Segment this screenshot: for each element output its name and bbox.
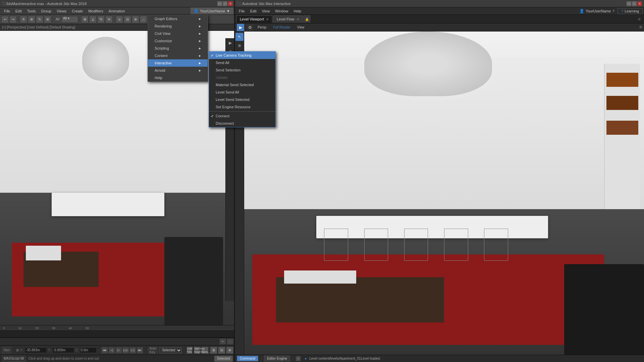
mirror-button[interactable]: ⧈: [116, 16, 123, 23]
menu-file[interactable]: File: [1, 7, 13, 14]
go-start-btn[interactable]: ⏮: [101, 347, 108, 354]
timeline-track[interactable]: [0, 331, 235, 338]
menu-customize[interactable]: Customize: [148, 37, 208, 45]
play-btn[interactable]: ▷: [115, 347, 122, 354]
mini-btn-2[interactable]: ⊟: [218, 347, 225, 354]
editor-engine-tab[interactable]: Editor Engine: [264, 356, 290, 361]
curve-editor[interactable]: ⌓: [140, 16, 147, 23]
key-filters-btn[interactable]: Key Filters...: [201, 347, 209, 354]
right-maximize[interactable]: □: [632, 1, 637, 6]
right-user-name: YourUserName: [586, 9, 611, 13]
right-menu-view[interactable]: View: [259, 7, 273, 14]
full-render-button[interactable]: Full Render: [270, 25, 293, 30]
lock-tab-icon[interactable]: 🔒: [304, 15, 310, 23]
layer-button[interactable]: ⊕: [132, 16, 139, 23]
tab-level-viewport[interactable]: Level Viewport ✕: [236, 15, 272, 23]
menu-user[interactable]: 👤 YourUserName ▼: [191, 7, 233, 14]
menu-help[interactable]: Help: [148, 74, 208, 81]
right-scene-view: [244, 32, 644, 355]
menu-create[interactable]: Create: [69, 7, 86, 14]
menu-group[interactable]: Group: [38, 7, 54, 14]
right-menu-window[interactable]: Window: [272, 7, 291, 14]
move-button[interactable]: ⊕: [28, 16, 35, 23]
cmd-settings-btn[interactable]: ⚙: [296, 356, 301, 361]
right-minimize[interactable]: —: [627, 1, 631, 6]
right-user-menu[interactable]: 👤 YourUserName ▼: [579, 9, 615, 13]
zoom-out-timeline[interactable]: -: [227, 339, 233, 345]
menu-edit[interactable]: Edit: [13, 7, 24, 14]
right-menu-help[interactable]: Help: [291, 7, 304, 14]
tab-close-icon[interactable]: ✕: [266, 17, 269, 21]
tab-flow-close-icon[interactable]: ✕: [297, 17, 299, 21]
menu-rendering[interactable]: Rendering: [148, 22, 208, 30]
mini-btn-1[interactable]: ⊞: [210, 347, 217, 354]
menu-graph-editors[interactable]: Graph Editors: [148, 15, 208, 22]
none-label: Non: [2, 347, 11, 353]
connect-item[interactable]: ✓ Connect: [209, 112, 275, 120]
right-main-viewport[interactable]: ▶ ⚙ Persp Full Render View ⊞ ↖ ⊕ ↻ ⊗ ↧ ✕…: [235, 23, 644, 355]
align-button[interactable]: ⊟: [124, 16, 131, 23]
divider-1: [209, 111, 275, 112]
side-translate-btn[interactable]: ⊕: [235, 42, 244, 50]
menu-interactive[interactable]: Interactive: [148, 59, 208, 67]
coord-z-input[interactable]: [80, 348, 97, 353]
prev-frame-btn[interactable]: ◁: [108, 347, 115, 354]
disconnect-item[interactable]: Disconnect: [209, 120, 275, 127]
snap-toggle[interactable]: ⊞: [81, 16, 89, 23]
minimize-button[interactable]: —: [217, 1, 222, 6]
selection-dropdown[interactable]: All ▾: [61, 16, 78, 23]
menu-modifiers[interactable]: Modifiers: [86, 7, 106, 14]
maximize-button[interactable]: □: [223, 1, 227, 6]
undo-button[interactable]: ↩: [1, 16, 9, 23]
live-camera-check-icon: ✓: [211, 54, 213, 57]
menu-tools[interactable]: Tools: [24, 7, 39, 14]
mini-btn-3[interactable]: ⊕: [226, 347, 233, 354]
rotate-button[interactable]: ↻: [36, 16, 43, 23]
angle-snap[interactable]: ∠: [89, 16, 97, 23]
coord-x-input[interactable]: [25, 348, 47, 353]
menu-views[interactable]: Views: [54, 7, 69, 14]
menu-scripting[interactable]: Scripting: [148, 45, 208, 52]
view-button[interactable]: View: [294, 25, 307, 30]
right-menu-file[interactable]: File: [236, 7, 248, 14]
spinner-snap[interactable]: ≋: [105, 16, 113, 23]
level-send-selected-item[interactable]: Level Send Selected: [209, 96, 275, 103]
next-frame-btn[interactable]: ▷|: [129, 347, 136, 354]
zoom-in-timeline[interactable]: +: [219, 339, 226, 345]
menu-civil-view[interactable]: Civil View: [148, 30, 208, 37]
percent-snap[interactable]: %: [97, 16, 105, 23]
viewport-expand-icon[interactable]: ⊞: [638, 24, 643, 29]
right-close[interactable]: ✕: [637, 1, 642, 6]
send-all-item[interactable]: Send All: [209, 59, 275, 66]
persp-button[interactable]: Persp: [255, 25, 269, 30]
viewport-settings-btn[interactable]: ⚙: [246, 24, 254, 31]
send-selection-item[interactable]: Send Selection: [209, 66, 275, 74]
selected-dropdown[interactable]: Selected: [159, 347, 182, 353]
level-send-all-item[interactable]: Level Send All: [209, 88, 275, 96]
close-button[interactable]: ✕: [228, 1, 233, 6]
tab-menu-icon[interactable]: ≡: [636, 16, 643, 22]
scale-button[interactable]: ⊗: [44, 16, 51, 23]
command-tab[interactable]: Command: [237, 356, 258, 361]
viewport-play-btn[interactable]: ▶: [237, 24, 244, 31]
menu-content[interactable]: Content: [148, 52, 208, 59]
learning-button[interactable]: ? Learning: [618, 8, 643, 14]
side-play-btn[interactable]: ▶: [226, 39, 234, 47]
set-engine-resource-item[interactable]: Set Engine Resource: [209, 103, 275, 111]
menu-arnold[interactable]: Arnold: [148, 67, 208, 74]
play-rev-btn[interactable]: ▷▷: [122, 347, 129, 354]
chair-2: [364, 229, 388, 261]
side-select-btn[interactable]: ↖: [235, 33, 244, 41]
redo-button[interactable]: ↪: [9, 16, 17, 23]
add-time-btn[interactable]: Add Tim: [186, 347, 193, 354]
menu-animation[interactable]: Animation: [106, 7, 128, 14]
go-end-btn[interactable]: ⏭: [137, 347, 143, 354]
select-button[interactable]: ✛: [20, 16, 27, 23]
coord-y-input[interactable]: [52, 348, 74, 353]
live-camera-tracking-item[interactable]: ✓ Live Camera Tracking: [209, 52, 275, 59]
right-menu-edit[interactable]: Edit: [248, 7, 259, 14]
timeline-area: 0 10 20 30 40 50 + -: [0, 325, 235, 345]
set-key-btn[interactable]: Set Key: [194, 347, 200, 354]
tab-level-flow[interactable]: Level Flow ✕: [273, 15, 303, 23]
material-send-selected-item[interactable]: Material Send Selected: [209, 81, 275, 88]
